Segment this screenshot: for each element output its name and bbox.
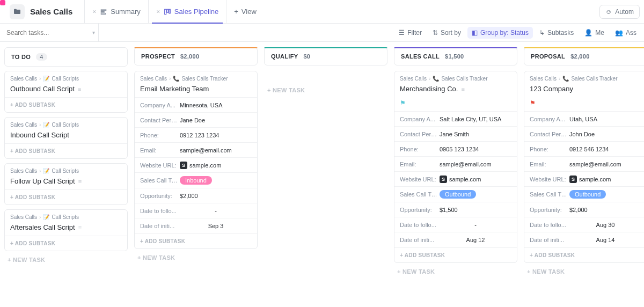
automations-button[interactable]: ☺ Autom: [599, 5, 640, 19]
column-salescall: SALES CALL $1,500 Sales Calls›📞Sales Cal…: [394, 47, 517, 280]
me-button[interactable]: 👤Me: [580, 27, 609, 39]
svg-rect-1: [101, 11, 105, 12]
column-amount: $1,500: [445, 53, 464, 60]
new-task-button[interactable]: + NEW TASK: [134, 249, 258, 266]
robot-icon: ☺: [605, 8, 612, 16]
field-phone: 0912 123 1234: [178, 132, 252, 138]
column-amount: $0: [303, 53, 310, 60]
flag-icon[interactable]: ⚑: [524, 97, 644, 111]
card-title: Inbound Call Script: [10, 131, 69, 139]
site-icon: S: [569, 176, 577, 183]
column-count: 4: [36, 53, 47, 61]
automations-label: Autom: [615, 8, 634, 16]
card-title: Email Marketing Team: [140, 85, 209, 93]
assignee-button[interactable]: 👥Ass: [611, 27, 641, 39]
breadcrumb: Sales Calls›📞Sales Calls Tracker: [135, 71, 257, 82]
sort-icon: ⇅: [433, 29, 438, 36]
field-website: Ssample.com: [437, 176, 511, 183]
field-contact: John Doe: [567, 131, 641, 137]
tab-pipeline[interactable]: ✕ Sales Pipeline: [148, 0, 226, 23]
card-title: Outbound Call Script: [10, 85, 75, 93]
sort-button[interactable]: ⇅Sort by: [428, 27, 465, 39]
tab-add-view[interactable]: + View: [226, 0, 264, 23]
new-task-button[interactable]: + NEW TASK: [394, 263, 517, 280]
new-task-button[interactable]: + NEW TASK: [264, 82, 387, 99]
search-container: ▾: [3, 24, 99, 41]
new-task-button[interactable]: + NEW TASK: [524, 263, 644, 280]
breadcrumb: Sales Calls›📞Sales Calls Tracker: [524, 71, 644, 82]
tab-summary[interactable]: ✕ Summary: [84, 0, 148, 23]
column-header-proposal[interactable]: PROPOSAL $2,000: [524, 47, 644, 65]
field-phone: 0912 546 1234: [567, 146, 641, 152]
chevron-down-icon[interactable]: ▾: [92, 30, 95, 35]
notification-badge[interactable]: [0, 0, 5, 5]
calltype-badge: Outbound: [569, 190, 606, 199]
card-fields: Company A...Salt Lake City, UT, USA Cont…: [394, 111, 517, 247]
breadcrumb: Sales Calls›📝Call Scripts: [5, 164, 127, 174]
breadcrumb: Sales Calls›📞Sales Calls Tracker: [394, 71, 517, 82]
filter-button[interactable]: ☰Filter: [394, 27, 426, 39]
add-subtask-button[interactable]: + ADD SUBTASK: [5, 97, 127, 112]
field-followup: -: [178, 208, 252, 214]
column-todo: TO DO 4 Sales Calls›📝Call Scripts Outbou…: [4, 47, 128, 280]
folder-icon[interactable]: [10, 4, 25, 19]
new-task-button[interactable]: + NEW TASK: [4, 251, 128, 268]
task-card[interactable]: Sales Calls›📞Sales Calls Tracker Email M…: [134, 71, 258, 249]
column-header-salescall[interactable]: SALES CALL $1,500: [394, 47, 517, 65]
column-header-prospect[interactable]: PROSPECT $2,000: [134, 47, 258, 65]
filter-bar: ▾ ☰Filter ⇅Sort by ◧Group by: Status ↳Su…: [0, 24, 644, 42]
description-icon: ≡: [78, 224, 82, 231]
add-subtask-button[interactable]: + ADD SUBTASK: [394, 247, 517, 262]
group-button[interactable]: ◧Group by: Status: [467, 27, 533, 39]
description-icon: ≡: [461, 86, 464, 92]
kanban-board: TO DO 4 Sales Calls›📝Call Scripts Outbou…: [0, 42, 644, 291]
field-followup: -: [437, 222, 511, 228]
add-subtask-button[interactable]: + ADD SUBTASK: [524, 247, 644, 262]
tab-addview-label: View: [241, 8, 257, 16]
field-email: sample@email.com: [567, 161, 641, 167]
field-website: Ssample.com: [178, 162, 252, 169]
field-contact: Jane Smith: [437, 131, 511, 137]
site-icon: S: [440, 176, 447, 183]
card-title: Follow Up Call Script: [10, 177, 75, 185]
task-card[interactable]: Sales Calls›📝Call Scripts Aftersales Cal…: [4, 209, 128, 251]
add-subtask-button[interactable]: + ADD SUBTASK: [5, 143, 127, 158]
svg-rect-0: [101, 9, 106, 10]
column-label: QUALIFY: [271, 53, 298, 60]
card-fields: Company A...Minnesota, USA Contact Pers.…: [135, 97, 257, 233]
task-card[interactable]: Sales Calls›📝Call Scripts Inbound Call S…: [4, 117, 128, 159]
card-title: 123 Company: [530, 85, 573, 93]
subtasks-button[interactable]: ↳Subtasks: [535, 27, 578, 39]
field-contact: Jane Doe: [178, 117, 252, 123]
tab-summary-label: Summary: [111, 8, 141, 16]
plus-icon: +: [234, 8, 238, 16]
flag-icon[interactable]: ⚑: [394, 97, 517, 111]
column-label: PROPOSAL: [531, 53, 565, 60]
site-icon: S: [180, 162, 187, 169]
svg-rect-2: [101, 13, 106, 14]
field-opportunity: $2,000: [178, 193, 252, 199]
add-subtask-button[interactable]: + ADD SUBTASK: [135, 233, 257, 248]
task-card[interactable]: Sales Calls›📝Call Scripts Follow Up Call…: [4, 163, 128, 205]
top-bar: Sales Calls ✕ Summary ✕ Sales Pipeline +…: [0, 0, 644, 24]
column-header-qualify[interactable]: QUALIFY $0: [264, 47, 387, 65]
task-card[interactable]: Sales Calls›📞Sales Calls Tracker Merchan…: [394, 71, 517, 263]
column-qualify: QUALIFY $0 + NEW TASK: [264, 47, 387, 280]
column-proposal: PROPOSAL $2,000 Sales Calls›📞Sales Calls…: [524, 47, 644, 280]
breadcrumb: Sales Calls›📝Call Scripts: [5, 71, 127, 82]
description-icon: ≡: [78, 178, 82, 185]
field-initiated: Aug 12: [437, 237, 511, 243]
group-icon: ◧: [472, 29, 478, 36]
field-opportunity: $1,500: [437, 207, 511, 213]
task-card[interactable]: Sales Calls›📝Call Scripts Outbound Call …: [4, 71, 128, 113]
add-subtask-button[interactable]: + ADD SUBTASK: [5, 236, 127, 251]
column-label: TO DO: [11, 54, 31, 60]
calltype-badge: Inbound: [180, 176, 212, 185]
field-opportunity: $2,000: [567, 207, 641, 213]
svg-rect-3: [165, 9, 166, 14]
add-subtask-button[interactable]: + ADD SUBTASK: [5, 189, 127, 204]
search-input[interactable]: [6, 29, 49, 36]
task-card[interactable]: Sales Calls›📞Sales Calls Tracker 123 Com…: [524, 71, 644, 263]
column-prospect: PROSPECT $2,000 Sales Calls›📞Sales Calls…: [134, 47, 258, 280]
column-header-todo[interactable]: TO DO 4: [4, 47, 128, 67]
